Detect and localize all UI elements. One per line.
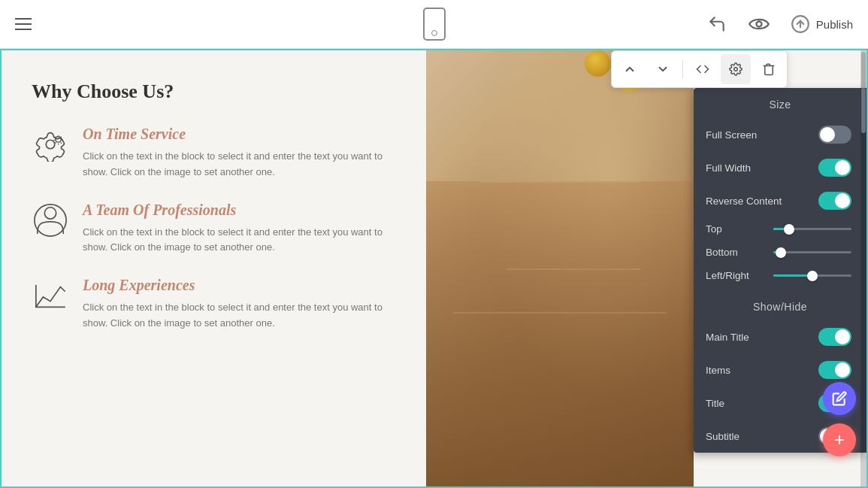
- full-screen-row: Full Screen: [694, 118, 866, 151]
- fab-add-icon: +: [834, 429, 845, 450]
- settings-button[interactable]: [721, 54, 751, 84]
- publish-button[interactable]: Publish: [791, 14, 853, 34]
- feature-desc-1[interactable]: Click on the text in the block to select…: [83, 149, 396, 180]
- move-up-button[interactable]: [615, 54, 645, 84]
- left-content: Why Choose Us? On Time Service Click on …: [2, 50, 426, 486]
- main-title-toggle[interactable]: [818, 328, 851, 346]
- person-icon: [32, 202, 69, 239]
- svg-point-5: [44, 207, 56, 218]
- gear-icon: [32, 126, 69, 163]
- undo-icon[interactable]: [706, 14, 727, 35]
- reverse-content-label: Reverse Content: [706, 196, 782, 207]
- bottom-slider-row: Bottom: [694, 241, 866, 264]
- feature-item-3: Long Experiences Click on the text in th…: [32, 277, 396, 332]
- publish-label: Publish: [816, 18, 853, 31]
- feature-item-1: On Time Service Click on the text in the…: [32, 126, 396, 180]
- block-toolbar: [611, 50, 788, 88]
- header-right: Publish: [706, 14, 853, 35]
- header-center: [423, 8, 446, 41]
- code-button[interactable]: [688, 54, 718, 84]
- scrollbar-thumb: [861, 88, 866, 133]
- leftright-slider-label: Left/Right: [706, 270, 766, 281]
- bottom-slider[interactable]: [773, 251, 851, 253]
- full-width-label: Full Width: [706, 162, 751, 174]
- svg-point-0: [756, 22, 761, 27]
- fab-add-button[interactable]: +: [823, 423, 856, 456]
- fab-edit-button[interactable]: [823, 382, 856, 415]
- title-label: Title: [706, 398, 724, 409]
- svg-point-4: [56, 136, 62, 142]
- main-title-row: Main Title: [694, 320, 866, 353]
- feature-desc-2[interactable]: Click on the text in the block to select…: [83, 225, 396, 256]
- size-section-title: Size: [694, 88, 866, 118]
- bottom-slider-thumb[interactable]: [776, 247, 786, 258]
- right-image: [426, 50, 694, 486]
- leftright-slider[interactable]: [773, 274, 851, 277]
- feature-title-2[interactable]: A Team Of Professionals: [83, 202, 396, 219]
- svg-point-2: [734, 68, 738, 71]
- mobile-preview-icon[interactable]: [423, 8, 446, 41]
- feature-desc-3[interactable]: Click on the text in the block to select…: [83, 300, 396, 332]
- header: Publish: [0, 0, 868, 49]
- top-slider[interactable]: [773, 228, 851, 230]
- feature-text-3: Long Experiences Click on the text in th…: [83, 277, 396, 332]
- full-width-row: Full Width: [694, 151, 866, 184]
- top-slider-thumb[interactable]: [784, 224, 794, 235]
- reverse-content-row: Reverse Content: [694, 184, 866, 217]
- subtitle-label: Subtitle: [706, 431, 739, 442]
- feature-item-2: A Team Of Professionals Click on the tex…: [32, 202, 396, 256]
- feature-title-3[interactable]: Long Experiences: [83, 277, 396, 294]
- show-hide-section-title: Show/Hide: [694, 290, 866, 320]
- full-screen-label: Full Screen: [706, 129, 757, 141]
- delete-button[interactable]: [754, 54, 784, 84]
- full-screen-toggle[interactable]: [818, 126, 851, 144]
- toolbar-divider-1: [682, 60, 683, 78]
- main-area: Why Choose Us? On Time Service Click on …: [0, 49, 868, 488]
- hamburger-menu-icon[interactable]: [15, 18, 32, 30]
- feature-text-2: A Team Of Professionals Click on the tex…: [83, 202, 396, 256]
- gold-orb-2: [585, 50, 611, 77]
- bottom-slider-label: Bottom: [706, 247, 766, 258]
- settings-scrollbar[interactable]: [860, 88, 866, 453]
- svg-point-3: [46, 140, 55, 149]
- top-slider-row: Top: [694, 217, 866, 241]
- main-title-label: Main Title: [706, 332, 749, 343]
- move-down-button[interactable]: [648, 54, 678, 84]
- reverse-content-toggle[interactable]: [818, 192, 851, 210]
- section-title[interactable]: Why Choose Us?: [32, 80, 396, 103]
- feature-title-1[interactable]: On Time Service: [83, 126, 396, 143]
- leftright-slider-thumb[interactable]: [807, 271, 818, 281]
- full-width-toggle[interactable]: [818, 159, 851, 177]
- canvas: Why Choose Us? On Time Service Click on …: [0, 49, 868, 488]
- top-slider-label: Top: [706, 223, 766, 235]
- header-left: [15, 18, 32, 30]
- leftright-slider-row: Left/Right: [694, 264, 866, 287]
- items-toggle[interactable]: [818, 361, 851, 379]
- items-label: Items: [706, 365, 730, 376]
- feature-text-1: On Time Service Click on the text in the…: [83, 126, 396, 180]
- chart-icon: [32, 277, 69, 314]
- preview-icon[interactable]: [749, 14, 770, 35]
- svg-point-6: [35, 205, 66, 236]
